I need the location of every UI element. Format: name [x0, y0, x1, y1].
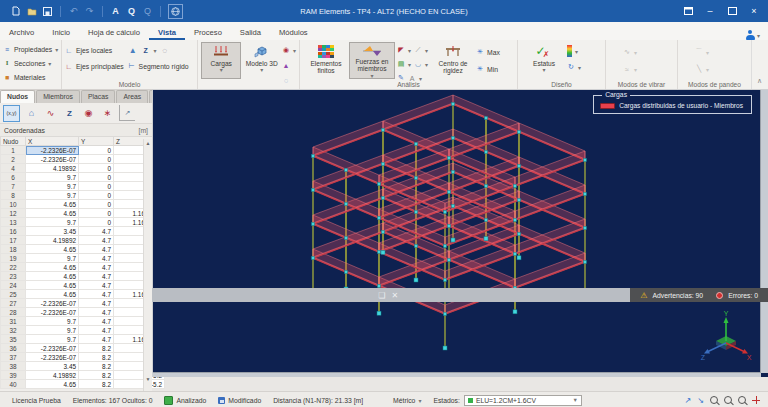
- coordinate-cell[interactable]: 4.7: [79, 227, 114, 236]
- coordinate-cell[interactable]: 4.7: [79, 326, 114, 335]
- coordinate-cell[interactable]: 4.7: [79, 335, 114, 344]
- dropdown-caret[interactable]: ▾: [425, 61, 428, 68]
- zoom-in-icon[interactable]: [724, 396, 732, 404]
- node-id-cell[interactable]: 10: [1, 200, 26, 209]
- open-file-icon[interactable]: [26, 6, 37, 17]
- panel-tab-nudos[interactable]: Nudos: [0, 90, 35, 103]
- scatter-icon[interactable]: ∗: [100, 106, 115, 121]
- table-row[interactable]: 174.198924.7-5.2: [1, 236, 165, 245]
- coordinate-cell[interactable]: 4.7: [79, 308, 114, 317]
- coordinate-cell[interactable]: 9.7: [26, 182, 79, 191]
- table-row[interactable]: 79.70-9.8: [1, 182, 165, 191]
- viewport-vertical-scrollbar[interactable]: [760, 90, 768, 373]
- table-row[interactable]: 44.198920-5.2: [1, 164, 165, 173]
- node-id-cell[interactable]: 8: [1, 191, 26, 200]
- node-id-cell[interactable]: 19: [1, 254, 26, 263]
- dropdown-caret[interactable]: ▾: [425, 47, 428, 54]
- table-row[interactable]: 69.70-5.2: [1, 173, 165, 182]
- new-file-icon[interactable]: [10, 6, 21, 17]
- units-selector[interactable]: Métrico▾: [393, 397, 421, 404]
- scroll-down-icon[interactable]: ▼: [144, 375, 152, 383]
- ejes-locales-button[interactable]: ∟Ejes locales: [65, 44, 124, 56]
- segmento-rigido-button[interactable]: ⊢Segmento rígido: [128, 60, 189, 72]
- coordinate-cell[interactable]: -2.2326E-07: [26, 146, 79, 155]
- color-scale-icon[interactable]: [567, 45, 572, 57]
- coordinate-cell[interactable]: 3.45: [26, 227, 79, 236]
- coordinate-cell[interactable]: 4.19892: [26, 371, 79, 380]
- coordinate-cell[interactable]: 0: [79, 209, 114, 218]
- restore-button[interactable]: [722, 4, 742, 18]
- materiales-button[interactable]: ■Materiales: [3, 71, 58, 83]
- node-id-cell[interactable]: 7: [1, 182, 26, 191]
- coordinate-cell[interactable]: 0: [79, 146, 114, 155]
- node-id-cell[interactable]: 13: [1, 218, 26, 227]
- render-icon[interactable]: ▲: [282, 61, 290, 69]
- chart-icon[interactable]: ↗: [119, 105, 135, 121]
- dropdown-caret[interactable]: ▾: [408, 47, 411, 54]
- coordinate-cell[interactable]: 0: [79, 200, 114, 209]
- dropdown-caret[interactable]: ▾: [578, 64, 581, 71]
- coordinate-cell[interactable]: 0: [79, 173, 114, 182]
- coordinate-cell[interactable]: 8.2: [79, 371, 114, 380]
- coordinate-cell[interactable]: 4.7: [79, 290, 114, 299]
- dropdown-caret[interactable]: ▾: [408, 61, 411, 68]
- rotate-up-icon[interactable]: ↗: [685, 396, 692, 405]
- diagram-icon[interactable]: ⟋: [414, 46, 422, 54]
- xy-coordinates-button[interactable]: (x,y): [3, 105, 20, 122]
- panel-tab-placas[interactable]: Placas: [81, 90, 115, 103]
- pan-icon[interactable]: [752, 396, 760, 404]
- tab-proceso[interactable]: Proceso: [185, 25, 231, 40]
- redo-icon[interactable]: ↷: [84, 6, 95, 17]
- select-lasso-icon[interactable]: ◌: [282, 76, 290, 84]
- coordinate-cell[interactable]: 4.19892: [26, 164, 79, 173]
- minimize-button[interactable]: –: [700, 4, 720, 18]
- col-header-nudo[interactable]: Nudo: [1, 137, 26, 146]
- table-row[interactable]: 199.74.7-5.2: [1, 254, 165, 263]
- node-id-cell[interactable]: 31: [1, 317, 26, 326]
- node-id-cell[interactable]: 37: [1, 353, 26, 362]
- col-header-x[interactable]: X: [26, 137, 79, 146]
- springs-icon[interactable]: ∿: [43, 106, 58, 121]
- table-row[interactable]: 244.654.7-9.8: [1, 281, 165, 290]
- propiedades-button[interactable]: ≡Propiedades▾: [3, 43, 58, 55]
- coordinate-cell[interactable]: 8.2: [79, 362, 114, 371]
- coordinate-cell[interactable]: 9.7: [26, 254, 79, 263]
- table-row[interactable]: 329.74.7-12.8: [1, 326, 165, 335]
- node-id-cell[interactable]: 6: [1, 173, 26, 182]
- coordinate-cell[interactable]: -2.2326E-07: [26, 299, 79, 308]
- rotate-down-icon[interactable]: ↘: [697, 396, 704, 405]
- coordinate-cell[interactable]: 4.19892: [26, 236, 79, 245]
- tab-modulos[interactable]: Módulos: [270, 25, 317, 40]
- node-id-cell[interactable]: 4: [1, 164, 26, 173]
- node-id-cell[interactable]: 23: [1, 272, 26, 281]
- node-id-cell[interactable]: 28: [1, 308, 26, 317]
- coordinate-cell[interactable]: 0: [79, 155, 114, 164]
- table-row[interactable]: 37-2.2326E-078.2-5.2: [1, 353, 165, 362]
- table-row[interactable]: 254.654.71.164E-08: [1, 290, 165, 299]
- expand-icon[interactable]: ✕: [391, 291, 398, 300]
- table-row[interactable]: 36-2.2326E-078.2-9.8: [1, 344, 165, 353]
- node-id-cell[interactable]: 24: [1, 281, 26, 290]
- tab-archivo[interactable]: Archivo: [0, 25, 43, 40]
- viewport-horizontal-scrollbar[interactable]: [153, 372, 761, 377]
- coordinate-cell[interactable]: -2.2326E-07: [26, 155, 79, 164]
- coordinate-cell[interactable]: -2.2326E-07: [26, 308, 79, 317]
- dropdown-caret[interactable]: ▾: [293, 47, 296, 54]
- node-id-cell[interactable]: 12: [1, 209, 26, 218]
- panel-tab-miembros[interactable]: Miembros: [36, 90, 80, 103]
- tab-vista[interactable]: Vista: [149, 25, 185, 40]
- table-row[interactable]: 224.654.7-12.8: [1, 263, 165, 272]
- centro-de-rigidez-button[interactable]: Centro de rigidez: [430, 42, 476, 79]
- table-row[interactable]: 234.654.7-11.2: [1, 272, 165, 281]
- node-id-cell[interactable]: 22: [1, 263, 26, 272]
- undo-icon[interactable]: ↶: [68, 6, 79, 17]
- ejes-principales-button[interactable]: ∟Ejes principales: [65, 60, 124, 72]
- tab-salida[interactable]: Salida: [231, 25, 270, 40]
- node-id-cell[interactable]: 2: [1, 155, 26, 164]
- min-button[interactable]: ✳Min: [476, 63, 500, 75]
- coordinate-cell[interactable]: 4.7: [79, 272, 114, 281]
- coordinate-cell[interactable]: 4.7: [79, 236, 114, 245]
- query-off-icon[interactable]: Q: [142, 6, 153, 17]
- table-row[interactable]: 28-2.2326E-074.7-5.2: [1, 308, 165, 317]
- dropdown-caret[interactable]: ▾: [575, 48, 578, 55]
